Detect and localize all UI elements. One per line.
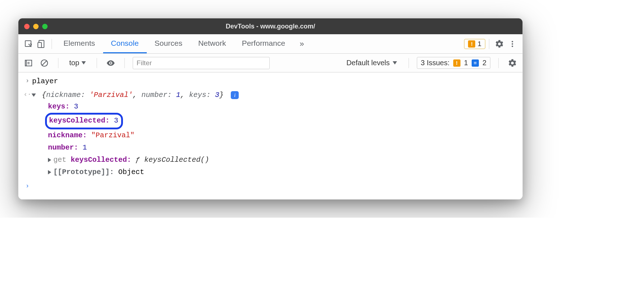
more-tabs-button[interactable]: »: [293, 39, 310, 49]
separator: [97, 58, 97, 68]
warning-icon: [468, 40, 475, 48]
info-icon: [472, 59, 479, 67]
output-chevron-icon: ‹·: [23, 90, 32, 99]
issues-warn-count: 1: [464, 59, 468, 67]
filter-input[interactable]: [133, 57, 270, 69]
prop-nickname[interactable]: nickname: "Parzival": [48, 129, 518, 142]
live-expression-icon[interactable]: [105, 57, 116, 69]
settings-icon[interactable]: [493, 37, 506, 50]
console-settings-icon[interactable]: [507, 57, 518, 69]
close-window-button[interactable]: [24, 24, 30, 29]
input-chevron-icon: ›: [23, 76, 32, 85]
warning-icon: [453, 59, 460, 67]
disclosure-toggle[interactable]: [32, 93, 36, 97]
issues-pill[interactable]: 1: [464, 39, 485, 49]
info-badge-icon[interactable]: i: [231, 91, 239, 99]
device-toolbar-icon[interactable]: [35, 37, 48, 50]
tab-sources[interactable]: Sources: [147, 34, 190, 53]
object-properties: keys: 3 keysCollected: 3 nickname: "Parz…: [48, 101, 518, 178]
chevron-down-icon: [81, 61, 86, 64]
issues-summary[interactable]: 3 Issues: 1 2: [417, 57, 490, 69]
prop-keys[interactable]: keys: 3: [48, 101, 518, 113]
prop-keyscollected[interactable]: keysCollected: 3: [48, 113, 518, 129]
issues-count: 1: [477, 40, 481, 48]
tab-console[interactable]: Console: [103, 34, 147, 53]
disclosure-toggle[interactable]: [48, 158, 51, 162]
titlebar: DevTools - www.google.com/: [18, 18, 522, 34]
separator: [52, 39, 52, 49]
svg-point-9: [110, 62, 111, 63]
svg-point-4: [512, 43, 513, 44]
separator: [409, 58, 409, 68]
tab-network[interactable]: Network: [190, 34, 234, 53]
issues-label: 3 Issues:: [421, 59, 450, 67]
console-toolbar: top Default levels 3 Issues: 1 2: [18, 54, 522, 72]
prop-getter[interactable]: get keysCollected: ƒ keysCollected(): [48, 154, 518, 166]
inspect-element-icon[interactable]: [22, 37, 35, 50]
svg-point-5: [512, 45, 513, 47]
separator: [58, 58, 58, 68]
svg-point-3: [512, 41, 513, 42]
separator: [124, 58, 125, 68]
prop-number[interactable]: number: 1: [48, 142, 518, 154]
minimize-window-button[interactable]: [33, 24, 39, 29]
context-label: top: [69, 59, 79, 67]
window-controls: [24, 24, 48, 29]
disclosure-toggle[interactable]: [48, 170, 51, 174]
console-output-row: ‹· {nickname: 'Parzival', number: 1, key…: [19, 88, 522, 180]
object-summary[interactable]: {nickname: 'Parzival', number: 1, keys: …: [42, 91, 228, 99]
console-input-row: › player: [19, 75, 522, 88]
svg-line-8: [42, 61, 47, 65]
prop-prototype[interactable]: [[Prototype]]: Object: [48, 166, 518, 178]
tabbar: Elements Console Sources Network Perform…: [18, 34, 522, 54]
context-selector[interactable]: top: [66, 57, 89, 68]
maximize-window-button[interactable]: [42, 24, 48, 29]
log-levels-selector[interactable]: Default levels: [343, 57, 401, 68]
chevron-down-icon: [393, 61, 397, 64]
tabs: Elements Console Sources Network Perform…: [56, 34, 293, 53]
clear-console-icon[interactable]: [39, 57, 50, 69]
kebab-menu-icon[interactable]: [506, 37, 519, 50]
svg-rect-2: [38, 43, 41, 48]
window-title: DevTools - www.google.com/: [18, 23, 522, 30]
log-levels-label: Default levels: [347, 59, 390, 67]
tab-elements[interactable]: Elements: [56, 34, 103, 53]
console-prompt-row[interactable]: ›: [19, 180, 522, 192]
issues-info-count: 2: [482, 59, 486, 67]
tab-performance[interactable]: Performance: [234, 34, 293, 53]
separator: [498, 58, 499, 68]
devtools-window: DevTools - www.google.com/ Elements Cons…: [18, 18, 523, 200]
console-output: › player ‹· {nickname: 'Parzival', numbe…: [18, 72, 522, 199]
prompt-chevron-icon: ›: [23, 181, 32, 191]
separator: [489, 39, 489, 49]
highlight-annotation: keysCollected: 3: [45, 113, 123, 129]
toggle-sidebar-icon[interactable]: [23, 57, 34, 69]
console-input-text: player: [32, 76, 518, 87]
